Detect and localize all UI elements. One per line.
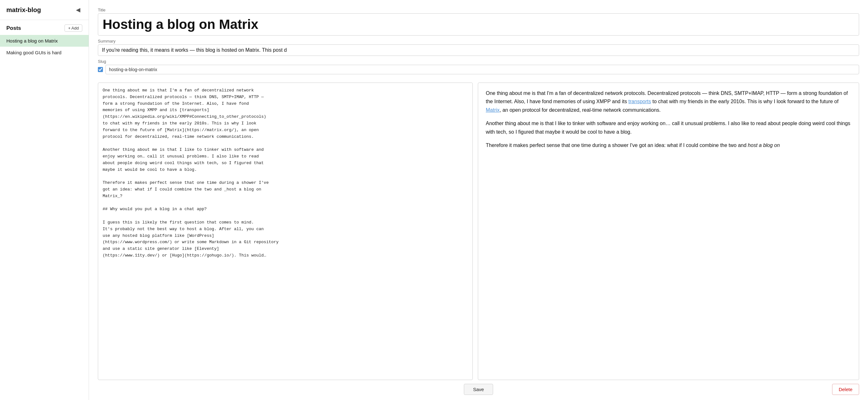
collapse-icon: ◀: [76, 7, 81, 13]
preview-para-1: One thing about me is that I'm a fan of …: [486, 89, 851, 114]
top-fields: Title Summary Slug: [98, 8, 859, 77]
preview-pane: One thing about me is that I'm a fan of …: [478, 82, 859, 380]
add-post-button[interactable]: + Add: [64, 25, 82, 32]
sidebar-item-post-2[interactable]: Making good GUIs is hard: [0, 47, 89, 58]
editor-area: One thing about me is that I'm a fan of …: [98, 82, 859, 380]
markdown-editor[interactable]: [98, 82, 473, 380]
slug-group: Slug: [98, 59, 859, 74]
delete-button[interactable]: Delete: [832, 384, 859, 395]
summary-group: Summary: [98, 39, 859, 56]
preview-para-3: Therefore it makes perfect sense that on…: [486, 141, 851, 149]
collapse-button[interactable]: ◀: [74, 6, 82, 14]
posts-section: Posts + Add Hosting a blog on Matrix Mak…: [0, 20, 89, 58]
save-button[interactable]: Save: [464, 384, 493, 395]
title-label: Title: [98, 8, 859, 12]
slug-row: [98, 65, 859, 74]
posts-list: Hosting a blog on Matrix Making good GUI…: [0, 35, 89, 58]
posts-row: Posts + Add: [0, 20, 89, 35]
summary-label: Summary: [98, 39, 859, 43]
title-group: Title: [98, 8, 859, 36]
slug-label: Slug: [98, 59, 859, 64]
title-input[interactable]: [98, 13, 859, 36]
summary-input[interactable]: [98, 44, 859, 56]
slug-checkbox[interactable]: [98, 67, 103, 72]
posts-label: Posts: [6, 25, 21, 31]
sidebar: matrix-blog ◀ Posts + Add Hosting a blog…: [0, 0, 89, 400]
sidebar-item-post-1[interactable]: Hosting a blog on Matrix: [0, 35, 89, 47]
matrix-link[interactable]: Matrix: [486, 107, 500, 113]
slug-input[interactable]: [105, 65, 859, 74]
preview-para-2: Another thing about me is that I like to…: [486, 120, 851, 136]
sidebar-header: matrix-blog ◀: [0, 0, 89, 20]
bottom-actions: Save Delete: [98, 380, 859, 400]
transports-link[interactable]: transports: [628, 99, 651, 104]
italic-text: host a blog on: [748, 142, 780, 148]
app-title: matrix-blog: [6, 6, 41, 14]
main-editor: Title Summary Slug One thing about me is…: [89, 0, 868, 400]
